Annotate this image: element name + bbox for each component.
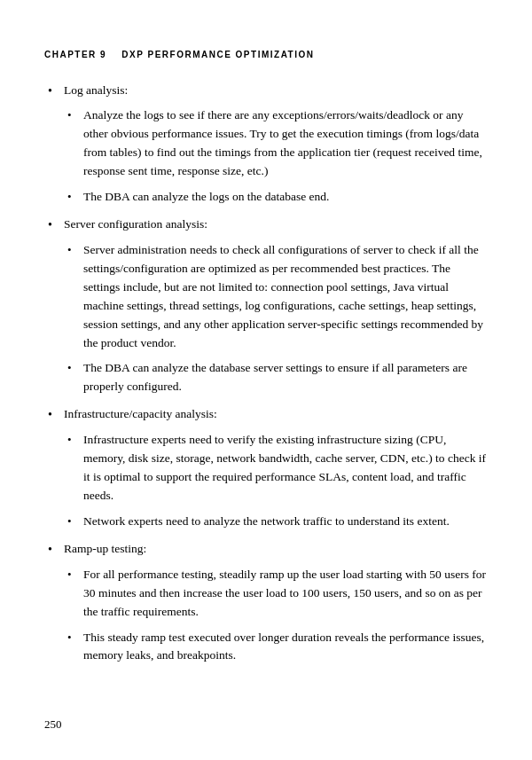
list-item: Log analysis: Analyze the logs to see if…	[44, 82, 488, 208]
item-label: Infrastructure/capacity analysis:	[64, 407, 217, 420]
main-content: Log analysis: Analyze the logs to see if…	[44, 82, 488, 666]
chapter-number: CHAPTER 9	[44, 50, 106, 59]
sub-item-text: Server administration needs to check all…	[83, 243, 483, 349]
list-item: Server administration needs to check all…	[64, 241, 488, 353]
sub-item-text: The DBA can analyze the database server …	[83, 361, 467, 393]
sub-item-text: Analyze the logs to see if there are any…	[83, 108, 482, 177]
list-item: Ramp-up testing: For all performance tes…	[44, 540, 488, 666]
sub-item-text: Infrastructure experts need to verify th…	[83, 433, 486, 502]
list-item: Analyze the logs to see if there are any…	[64, 106, 488, 181]
sub-list: Server administration needs to check all…	[64, 241, 488, 396]
sub-item-text: This steady ramp test executed over long…	[83, 631, 484, 662]
list-item: For all performance testing, steadily ra…	[64, 566, 488, 622]
list-item: This steady ramp test executed over long…	[64, 629, 488, 666]
sub-list: For all performance testing, steadily ra…	[64, 566, 488, 666]
item-label: Ramp-up testing:	[64, 542, 146, 555]
page: CHAPTER 9 DXP PERFORMANCE OPTIMIZATION L…	[0, 0, 532, 760]
item-label: Log analysis:	[64, 83, 128, 97]
page-number: 250	[44, 716, 62, 733]
sub-list: Analyze the logs to see if there are any…	[64, 106, 488, 207]
sub-item-text: The DBA can analyze the logs on the data…	[83, 190, 329, 203]
list-item: Infrastructure/capacity analysis: Infras…	[44, 405, 488, 531]
sub-item-text: For all performance testing, steadily ra…	[83, 568, 486, 618]
list-item: The DBA can analyze the database server …	[64, 359, 488, 396]
list-item: Network experts need to analyze the netw…	[64, 513, 488, 531]
list-item: Server configuration analysis: Server ad…	[44, 215, 488, 396]
chapter-title: DXP PERFORMANCE OPTIMIZATION	[121, 50, 314, 59]
main-list: Log analysis: Analyze the logs to see if…	[44, 82, 488, 666]
item-label: Server configuration analysis:	[64, 217, 207, 231]
sub-list: Infrastructure experts need to verify th…	[64, 431, 488, 531]
sub-item-text: Network experts need to analyze the netw…	[83, 514, 450, 528]
list-item: Infrastructure experts need to verify th…	[64, 431, 488, 505]
chapter-header: CHAPTER 9 DXP PERFORMANCE OPTIMIZATION	[44, 48, 488, 62]
list-item: The DBA can analyze the logs on the data…	[64, 188, 488, 207]
